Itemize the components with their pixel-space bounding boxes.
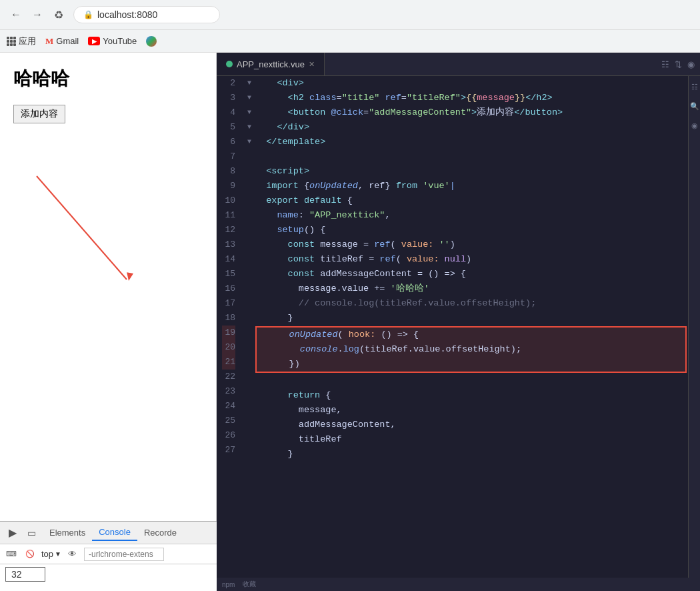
nav-buttons: ← → ♻ [7,5,68,24]
code-line-23: return { [255,388,687,403]
code-line-19: onUpdated( hook: () => { [257,328,685,342]
reload-button[interactable]: ♻ [49,5,68,24]
code-line-17: // console.log(titleRef.value.offsetHeig… [255,296,687,311]
lock-icon: 🔒 [83,10,93,19]
bookmark-apps[interactable]: 应用 [7,35,36,47]
code-line-3: <h2 class="title" ref="titleRef">{{messa… [255,91,687,105]
status-bar: npm 收藏 [217,578,700,591]
fold-15[interactable]: ▼ [243,120,255,135]
fold-12[interactable]: ▼ [243,105,255,120]
fold-10[interactable]: ▼ [243,91,255,105]
back-button[interactable]: ← [7,5,25,24]
code-line-10: export default { [255,193,687,208]
code-line-16: message.value += '哈哈哈' [255,281,687,296]
highlight-block: onUpdated( hook: () => { console.log(tit… [255,326,687,373]
bookmark-gmail[interactable]: M Gmail [45,36,79,47]
browser-viewport: 哈哈哈 添加内容 ▶ ▭ Elements Console Recorde [0,53,217,591]
line-numbers: 2 3 4 5 6 7 8 9 10 11 12 13 14 15 16 17 … [217,76,243,591]
context-selector[interactable]: top ▼ [41,549,61,559]
chevron-down-icon: ▼ [55,550,61,558]
close-tab-icon[interactable]: ✕ [309,60,315,69]
sidebar-icon-3[interactable]: ◉ [687,59,695,69]
add-content-button[interactable]: 添加内容 [13,105,65,123]
address-bar[interactable]: 🔒 localhost:8080 [73,6,220,23]
app-title: 哈哈哈 [13,66,203,91]
code-line-27: } [255,447,687,462]
code-line-12: setup() { [255,223,687,237]
code-line-11: name: "APP_nexttick", [255,208,687,223]
bookmark-maps[interactable] [146,36,157,47]
context-label: top [41,549,53,559]
sidebar-search-icon[interactable]: 🔍 [690,102,699,111]
code-line-20: console.log(titleRef.value.offsetHeight)… [257,342,685,357]
svg-marker-1 [125,272,133,281]
apps-icon [7,37,16,46]
bookmark-youtube[interactable]: ▶ YouTube [88,36,137,46]
status-collect: 收藏 [243,580,256,589]
console-toolbar: ⌨ 🚫 top ▼ 👁 [0,544,217,564]
code-line-24: message, [255,403,687,418]
url-text: localhost:8080 [97,9,157,20]
main-area: 哈哈哈 添加内容 ▶ ▭ Elements Console Recorde [0,53,700,591]
tab-recorder[interactable]: Recorde [137,525,183,540]
filter-input[interactable] [84,548,164,561]
code-line-26: titleRef [255,432,687,447]
tab-elements[interactable]: Elements [43,525,92,540]
youtube-label: YouTube [103,36,137,46]
sidebar-icon-2[interactable]: ⇅ [675,59,682,69]
devtools-panel: ▶ ▭ Elements Console Recorde ⌨ 🚫 top ▼ 👁 [0,521,217,591]
console-value: 32 [5,567,45,582]
code-lines: <div> <h2 class="title" ref="titleRef">{… [255,76,700,591]
tab-filename: APP_nexttick.vue [237,59,305,69]
code-editor: APP_nexttick.vue ✕ ☷ ⇅ ◉ 2 3 4 5 6 7 8 9 [217,53,700,591]
device-toggle-button[interactable]: ▭ [24,526,39,540]
code-line-6: </template> [255,135,687,149]
youtube-icon: ▶ [88,37,100,45]
code-line-5: </div> [255,120,687,135]
browser-chrome: ← → ♻ 🔒 localhost:8080 [0,0,700,30]
filter-toggle-button[interactable]: 🚫 [23,547,37,562]
code-line-13: const message = ref( value: '') [255,237,687,252]
arrow-overlay [0,53,216,591]
editor-right-sidebar: ☷ 🔍 ◉ [688,76,700,578]
console-output: 32 [0,564,217,591]
code-line-14: const titleRef = ref( value: null) [255,252,687,267]
sidebar-outline-icon[interactable]: ☷ [691,83,698,91]
code-line-9: import {onUpdated, ref} from 'vue'| [255,179,687,193]
bookmarks-bar: 应用 M Gmail ▶ YouTube [0,30,700,53]
fold-6[interactable]: ▼ [243,76,255,91]
editor-tab-file[interactable]: APP_nexttick.vue ✕ [217,53,325,75]
svg-line-0 [37,176,127,279]
code-line-2: <div> [255,76,687,91]
maps-icon [146,36,157,47]
forward-button[interactable]: → [28,5,47,24]
code-line-21: }) [257,357,685,372]
status-npm: npm [222,581,235,588]
inspect-element-button[interactable]: ▶ [5,526,20,540]
sidebar-source-icon[interactable]: ◉ [691,121,698,130]
fold-23[interactable]: ▼ [243,135,255,149]
apps-label: 应用 [19,35,36,47]
clear-console-button[interactable]: ⌨ [4,547,19,562]
gutter: ▼ ▼ ▼ ▼ ▼ [243,76,255,591]
eye-button[interactable]: 👁 [65,547,80,562]
editor-tabs: APP_nexttick.vue ✕ ☷ ⇅ ◉ [217,53,700,76]
code-line-15: const addMessageContent = () => { [255,267,687,281]
gmail-label: Gmail [56,36,79,46]
code-line-8: <script> [255,164,687,179]
code-line-25: addMessageContent, [255,418,687,432]
code-line-4: <button @click="addMessageContent">添加内容<… [255,105,687,120]
code-line-18: } [255,311,687,326]
tab-console[interactable]: Console [92,524,137,541]
code-line-7 [255,149,687,164]
code-area[interactable]: 2 3 4 5 6 7 8 9 10 11 12 13 14 15 16 17 … [217,76,700,591]
vue-dot [226,61,233,67]
code-line-22 [255,374,687,388]
sidebar-icon-1[interactable]: ☷ [661,59,669,69]
gmail-icon: M [45,36,53,47]
